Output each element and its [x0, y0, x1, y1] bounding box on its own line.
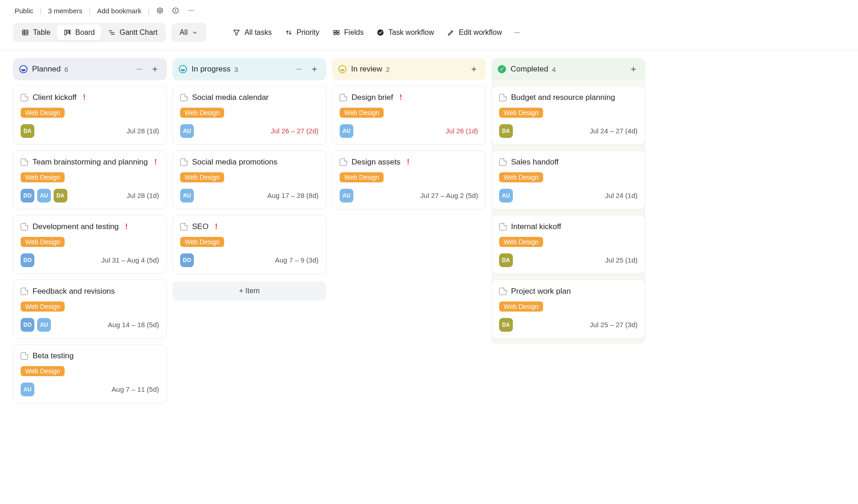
status-completed-icon: ✓	[498, 65, 506, 73]
avatar[interactable]: DO	[180, 253, 194, 267]
task-card[interactable]: Beta testing Web Design AU Aug 7 – 11 (5…	[13, 344, 167, 403]
avatar[interactable]: AU	[340, 189, 353, 203]
task-card[interactable]: Team brainstorming and planning ! Web De…	[13, 150, 167, 209]
task-card[interactable]: Development and testing ! Web Design DO …	[13, 215, 167, 274]
card-title-row: Social media calendar	[180, 93, 319, 103]
card-title: Social media promotions	[192, 157, 277, 168]
add-item-button[interactable]: + Item	[172, 281, 326, 301]
sort-priority[interactable]: Priority	[281, 26, 323, 39]
more-icon[interactable]	[185, 5, 197, 16]
column-title: Completed	[511, 65, 548, 74]
card-footer: DO Jul 31 – Aug 4 (5d)	[21, 253, 159, 267]
doc-icon	[21, 352, 28, 360]
svg-point-5	[191, 10, 192, 11]
task-card[interactable]: Design brief ! Web Design AU Jul 26 (1d)	[332, 86, 486, 145]
tag[interactable]: Web Design	[499, 108, 543, 118]
avatar[interactable]: DO	[21, 189, 34, 203]
avatar[interactable]: DO	[21, 253, 34, 267]
task-card[interactable]: Client kickoff ! Web Design DA Jul 28 (1…	[13, 86, 167, 145]
task-card[interactable]: Sales handoff Web Design AU Jul 24 (1d)	[491, 150, 645, 209]
toolbar-more-icon[interactable]	[511, 27, 523, 38]
tag[interactable]: Web Design	[180, 237, 224, 247]
fields-button[interactable]: Fields	[329, 26, 368, 39]
svg-point-30	[297, 69, 297, 70]
column-add-icon[interactable]	[628, 64, 639, 75]
tag[interactable]: Web Design	[21, 237, 65, 247]
view-table[interactable]: Table	[15, 25, 57, 40]
project-meta-bar: Public | 3 members | Add bookmark |	[0, 0, 858, 18]
column-add-icon[interactable]	[309, 64, 320, 75]
avatar-stack: DO	[180, 253, 194, 267]
card-title: Social media calendar	[192, 93, 269, 103]
column-header[interactable]: Planned 6	[13, 58, 167, 80]
svg-rect-11	[65, 30, 66, 35]
column-header[interactable]: ✓ Completed 4	[491, 58, 645, 80]
gear-icon[interactable]	[154, 5, 166, 16]
column-add-icon[interactable]	[468, 64, 479, 75]
column-more-icon[interactable]	[293, 64, 304, 75]
doc-icon	[180, 94, 187, 101]
avatar[interactable]: DA	[21, 124, 34, 138]
svg-point-4	[189, 10, 190, 11]
avatar[interactable]: AU	[37, 318, 51, 332]
tag[interactable]: Web Design	[21, 366, 65, 376]
task-card[interactable]: SEO ! Web Design DO Aug 7 – 9 (3d)	[172, 215, 326, 274]
tag[interactable]: Web Design	[180, 108, 224, 118]
task-card[interactable]: Social media promotions Web Design AU Au…	[172, 150, 326, 209]
visibility-label[interactable]: Public	[13, 6, 35, 16]
members-link[interactable]: 3 members	[46, 6, 84, 16]
task-card[interactable]: Design assets ! Web Design AU Jul 27 – A…	[332, 150, 486, 209]
avatar[interactable]: AU	[499, 189, 513, 203]
task-card[interactable]: Project work plan Web Design DA Jul 25 –…	[491, 279, 645, 339]
column-header[interactable]: In progress 3	[172, 58, 326, 80]
avatar[interactable]: DA	[499, 253, 513, 267]
task-workflow-button[interactable]: Task workflow	[373, 26, 438, 39]
task-card[interactable]: Feedback and revisions Web Design DOAU A…	[13, 279, 167, 339]
task-card[interactable]: Internal kickoff Web Design DA Jul 25 (1…	[491, 215, 645, 274]
avatar[interactable]: AU	[180, 124, 194, 138]
avatar[interactable]: DA	[54, 189, 67, 203]
edit-workflow-button[interactable]: Edit workflow	[443, 26, 506, 39]
tag[interactable]: Web Design	[180, 172, 224, 182]
avatar[interactable]: DA	[499, 124, 513, 138]
card-date: Aug 7 – 11 (5d)	[112, 385, 159, 393]
task-card[interactable]: Budget and resource planning Web Design …	[491, 86, 645, 145]
tag[interactable]: Web Design	[340, 108, 384, 118]
info-icon[interactable]	[170, 5, 182, 16]
tag[interactable]: Web Design	[499, 237, 543, 247]
avatar[interactable]: AU	[340, 124, 353, 138]
avatar[interactable]: AU	[180, 189, 194, 203]
view-gantt[interactable]: Gantt Chart	[101, 25, 164, 40]
column-more-icon[interactable]	[134, 64, 145, 75]
avatar[interactable]: DO	[21, 318, 34, 332]
card-title-row: Sales handoff	[499, 157, 638, 168]
card-footer: AU Aug 17 – 28 (8d)	[180, 189, 319, 203]
card-title: Team brainstorming and planning	[33, 157, 148, 168]
status-inreview-icon	[338, 65, 346, 73]
avatar[interactable]: DA	[499, 318, 513, 332]
tag[interactable]: Web Design	[21, 172, 65, 182]
view-board[interactable]: Board	[57, 25, 101, 40]
avatar-stack: DA	[499, 124, 513, 138]
avatar[interactable]: AU	[37, 189, 51, 203]
tag[interactable]: Web Design	[499, 172, 543, 182]
task-workflow-label: Task workflow	[388, 28, 434, 37]
view-scope-dropdown[interactable]: All	[171, 23, 207, 42]
card-title: Project work plan	[511, 286, 571, 297]
tag[interactable]: Web Design	[499, 301, 543, 312]
column-add-icon[interactable]	[149, 64, 160, 75]
column-header[interactable]: In review 2	[332, 58, 486, 80]
tag[interactable]: Web Design	[21, 108, 65, 118]
tag[interactable]: Web Design	[340, 172, 384, 182]
filter-all-tasks[interactable]: All tasks	[229, 26, 275, 39]
card-title: Client kickoff	[33, 93, 77, 103]
add-bookmark-link[interactable]: Add bookmark	[95, 6, 143, 16]
task-card[interactable]: Social media calendar Web Design AU Jul …	[172, 86, 326, 145]
card-title: Development and testing	[33, 222, 119, 232]
view-scope-button[interactable]: All	[173, 25, 205, 40]
avatar[interactable]: AU	[21, 383, 34, 396]
column-count: 2	[386, 66, 390, 73]
svg-point-26	[139, 69, 140, 70]
tag[interactable]: Web Design	[21, 301, 65, 312]
doc-icon	[180, 159, 187, 166]
